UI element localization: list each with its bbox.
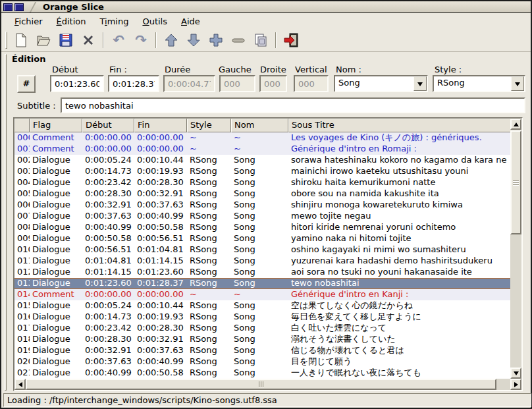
toolbar: ↶↷ (1, 29, 531, 52)
table-row[interactable]: 021Dialogue0:00:40.990:00:50.58RSongSong… (14, 368, 512, 379)
toolbar-redo-button[interactable]: ↷ (130, 30, 151, 50)
window-menu-icon[interactable] (3, 3, 13, 11)
cell-nom: Song (231, 345, 288, 356)
vertical-scrollbar[interactable] (510, 119, 521, 379)
cell-flag: Dialogue (30, 166, 82, 177)
table-row[interactable]: 008Dialogue0:00:40.990:00:50.58RSongSong… (14, 222, 512, 233)
table-row[interactable]: 011Dialogue0:01:04.810:01:14.15RSongSong… (14, 256, 512, 267)
cell-flag: Dialogue (30, 323, 82, 334)
cell-nom: Song (231, 300, 288, 312)
table-row[interactable]: 003Dialogue0:00:14.730:00:19.93RSongSong… (14, 166, 512, 177)
column-header[interactable]: Sous Titre (288, 119, 512, 132)
edition-panel-title: Édition (12, 54, 46, 64)
table-row[interactable]: 014Comment0:00:00.000:00:00.00~~Génériqu… (14, 289, 512, 300)
cell-fin: 0:00:56.51 (134, 233, 187, 244)
scroll-left-button[interactable] (14, 379, 26, 390)
toolbar-add-button[interactable] (205, 30, 226, 50)
toolbar-gripper[interactable] (5, 32, 7, 49)
cell-text: Générique d'intro en Kanji : (288, 289, 512, 300)
toolbar-save-button[interactable] (55, 30, 76, 50)
menu-fichier[interactable]: Fichier (8, 15, 50, 28)
column-header[interactable]: Fin (134, 119, 187, 132)
cell-style: RSong (187, 188, 231, 200)
toolbar-remove-button[interactable] (228, 30, 249, 50)
cell-num: 000 (14, 132, 30, 144)
table-row[interactable]: 013Dialogue0:01:23.600:01:28.37RSongSong… (14, 278, 512, 289)
table-row[interactable]: 002Dialogue0:00:05.240:00:10.44RSongSong… (14, 155, 512, 166)
table-row[interactable]: 005Dialogue0:00:28.300:00:32.91RSongSong… (14, 188, 512, 200)
table-header-row: FlagDébutFinStyleNomSous Titre (14, 119, 521, 132)
cell-style: RSong (187, 356, 231, 368)
cell-text: oshino kagayaki ni mimi wo sumashiteru (288, 244, 512, 256)
fin-field[interactable] (108, 75, 159, 92)
toolbar-copy-button[interactable] (250, 30, 271, 50)
toolbar-quit-button[interactable] (280, 30, 302, 50)
nom-combobox[interactable]: Song (334, 75, 428, 92)
cell-flag: Dialogue (30, 188, 82, 200)
table-row[interactable]: 007Dialogue0:00:37.630:00:40.99RSongSong… (14, 211, 512, 222)
menu-outils[interactable]: Outils (136, 15, 174, 28)
column-header[interactable]: Nom (231, 119, 288, 132)
toolbar-separator (103, 32, 104, 48)
table-row[interactable]: 009Dialogue0:00:50.580:00:56.51RSongSong… (14, 233, 512, 244)
toolbar-new-button[interactable] (11, 30, 32, 50)
table-row[interactable]: 019Dialogue0:00:32.910:00:37.63RSongSong… (14, 345, 512, 356)
table-row[interactable]: 016Dialogue0:00:14.730:00:19.93RSongSong… (14, 312, 512, 323)
table-row[interactable]: 020Dialogue0:00:37.630:00:40.99RSongSong… (14, 356, 512, 368)
cell-nom: ~ (231, 132, 288, 144)
debut-field[interactable] (50, 75, 104, 92)
nom-combobox-dropdown-button[interactable] (413, 76, 427, 91)
table-row[interactable]: 001Comment0:00:00.000:00:00.00~~Génériqu… (14, 144, 512, 155)
horizontal-scrollbar[interactable] (14, 379, 521, 390)
table-row[interactable]: 006Dialogue0:00:32.910:00:37.63RSongSong… (14, 200, 512, 211)
cell-fin: 0:01:23.60 (134, 267, 187, 278)
cell-fin: 0:01:28.37 (134, 279, 187, 288)
scroll-right-button[interactable] (510, 379, 521, 390)
row-number-button[interactable]: # (17, 75, 36, 93)
move-up-icon (163, 32, 179, 48)
scroll-down-button[interactable] (510, 368, 521, 379)
cell-num: 021 (14, 368, 30, 379)
menu-edition[interactable]: Édition (50, 15, 93, 28)
cell-flag: Dialogue (30, 300, 82, 312)
table-row[interactable]: 018Dialogue0:00:28.300:00:32.91RSongSong… (14, 334, 512, 345)
table-row[interactable]: 000Comment0:00:00.000:00:00.00~~Les voya… (14, 132, 512, 144)
scroll-up-button[interactable] (510, 119, 521, 130)
table-row[interactable]: 004Dialogue0:00:23.420:00:28.30RSongSong… (14, 177, 512, 188)
table-row[interactable]: 010Dialogue0:00:56.510:01:04.81RSongSong… (14, 244, 512, 256)
gauche-field (219, 75, 255, 92)
toolbar-move-up-button[interactable] (161, 30, 182, 50)
cell-text: yuzurenai kara hadashi demo hashiritsudu… (288, 256, 512, 267)
table-row[interactable]: 015Dialogue0:00:05.240:00:10.44RSongSong… (14, 300, 512, 312)
toolbar-undo-button[interactable]: ↶ (108, 30, 129, 50)
cell-num: 007 (14, 211, 30, 222)
subtitle-field[interactable] (61, 97, 525, 113)
style-combobox[interactable]: RSong (433, 75, 525, 92)
menu-timing[interactable]: Timing (93, 15, 136, 28)
table-row[interactable]: 012Dialogue0:01:14.150:01:23.60RSongSong… (14, 267, 512, 278)
column-header[interactable] (14, 119, 30, 132)
cell-flag: Dialogue (30, 279, 82, 288)
cell-text: aoi sora no tsuki no youni hakanasaide i… (288, 267, 512, 278)
cell-debut: 0:00:14.73 (82, 312, 134, 323)
vertical-scrollbar-thumb[interactable] (510, 130, 521, 234)
column-header[interactable]: Flag (30, 119, 82, 132)
column-header[interactable]: Style (187, 119, 231, 132)
arrow-up-icon (514, 120, 519, 126)
toolbar-delete-button[interactable] (78, 30, 99, 50)
window-maximize-icon[interactable] (14, 3, 24, 11)
menu-aide[interactable]: Aide (174, 15, 207, 28)
cell-fin: 0:00:32.91 (134, 334, 187, 345)
horizontal-scrollbar-thumb[interactable] (26, 379, 496, 390)
cell-fin: 0:00:37.63 (134, 345, 187, 356)
open-icon (36, 32, 51, 48)
table-row[interactable]: 017Dialogue0:00:23.420:00:28.30RSongSong… (14, 323, 512, 334)
cell-nom: Song (231, 312, 288, 323)
toolbar-move-down-button[interactable] (183, 30, 204, 50)
toolbar-open-button[interactable] (33, 30, 54, 50)
column-header[interactable]: Début (82, 119, 134, 132)
cell-num: 011 (14, 256, 30, 267)
style-combobox-dropdown-button[interactable] (511, 76, 524, 91)
title-bar: Orange Slice (1, 1, 531, 13)
new-icon (13, 32, 29, 48)
